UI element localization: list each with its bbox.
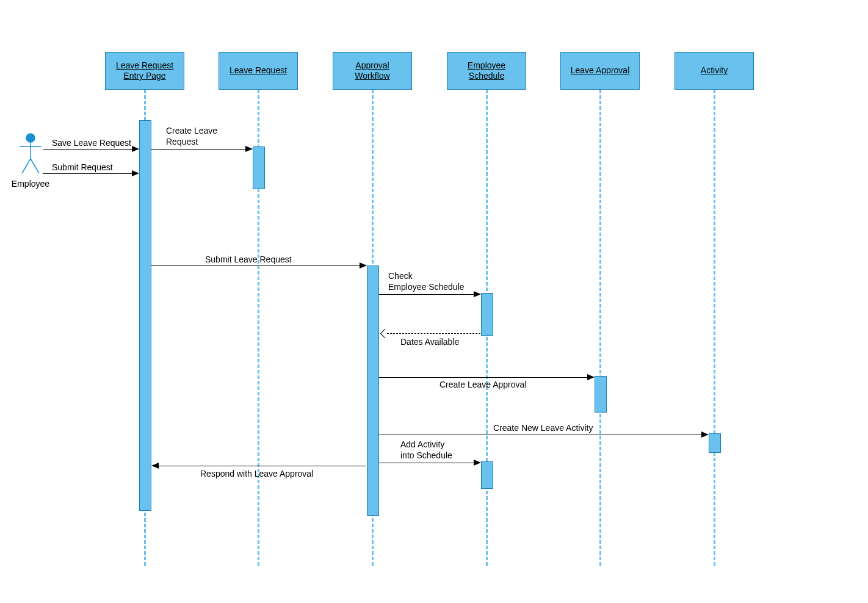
msg-add-activity-into-schedule: Add Activity into Schedule	[400, 439, 452, 461]
participant-label: Employee Schedule	[468, 60, 505, 82]
arrowhead	[132, 170, 139, 176]
lifeline-p5	[599, 90, 601, 566]
svg-line-3	[22, 159, 31, 173]
msg-dates-available: Dates Available	[400, 337, 459, 348]
arrow-submit-request	[43, 173, 132, 174]
arrow-create-leave-approval	[379, 377, 587, 378]
participant-label: Leave Request Entry Page	[116, 60, 173, 82]
msg-create-leave-approval: Create Leave Approval	[439, 380, 526, 391]
activation-p5	[595, 376, 607, 413]
arrowhead	[474, 460, 481, 466]
arrow-add-activity-into-schedule	[379, 463, 474, 463]
actor-employee-label: Employee	[9, 179, 52, 189]
participant-label: Leave Request	[230, 65, 287, 76]
msg-submit-leave-request: Submit Leave Request	[205, 255, 292, 265]
arrow-save-leave-request	[43, 149, 132, 150]
participant-label: Approval Workflow	[355, 60, 389, 82]
arrow-dates-available	[387, 333, 480, 334]
sequence-diagram: Employee Leave Request Entry Page Leave …	[0, 0, 868, 603]
arrowhead	[151, 463, 159, 469]
actor-employee-icon	[18, 133, 43, 176]
activation-p3	[367, 265, 379, 516]
arrow-respond-with-leave-approval	[159, 466, 366, 466]
participant-employee-schedule: Employee Schedule	[447, 52, 526, 90]
arrowhead	[380, 329, 390, 339]
arrow-submit-leave-request	[151, 265, 360, 266]
participant-label: Leave Approval	[571, 65, 630, 76]
svg-point-0	[26, 134, 35, 142]
activation-p4-2	[481, 461, 493, 489]
activation-p2	[253, 146, 265, 189]
activation-p4-1	[481, 293, 493, 336]
arrow-check-employee-schedule	[379, 294, 474, 295]
msg-create-new-leave-activity: Create New Leave Activity	[493, 423, 593, 434]
activation-p1	[139, 120, 151, 511]
msg-check-employee-schedule: Check Employee Schedule	[388, 271, 465, 292]
arrowhead	[245, 146, 253, 152]
msg-respond-with-leave-approval: Respond with Leave Approval	[200, 469, 313, 480]
participant-activity: Activity	[675, 52, 754, 90]
arrow-create-new-leave-activity	[379, 435, 701, 435]
arrowhead	[701, 431, 709, 438]
svg-line-4	[31, 159, 39, 173]
msg-save-leave-request: Save Leave Request	[52, 138, 131, 149]
arrow-create-leave-request	[151, 149, 245, 150]
participant-approval-workflow: Approval Workflow	[333, 52, 412, 90]
arrowhead	[132, 146, 139, 152]
arrowhead	[474, 291, 481, 297]
participant-leave-approval: Leave Approval	[560, 52, 640, 90]
arrowhead	[360, 262, 367, 269]
msg-submit-request: Submit Request	[52, 162, 113, 173]
lifeline-p6	[714, 90, 715, 566]
arrowhead	[587, 374, 595, 380]
participant-label: Activity	[701, 65, 728, 76]
msg-create-leave-request: Create Leave Request	[166, 126, 217, 147]
activation-p6	[709, 433, 721, 453]
participant-leave-request-entry-page: Leave Request Entry Page	[105, 52, 184, 90]
participant-leave-request: Leave Request	[219, 52, 298, 90]
